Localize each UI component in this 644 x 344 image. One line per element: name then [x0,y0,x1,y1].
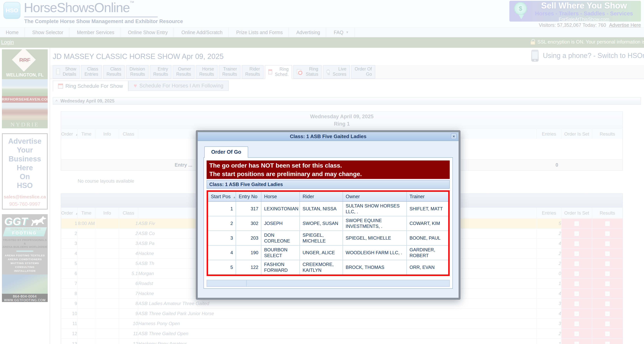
sort-asc-icon: ▲ [233,196,236,199]
horse-cell: BOURBON SELECT [261,245,300,260]
owner-cell: BROCK, THOMAS [343,260,407,274]
go-order-warning: The go order has NOT been set for this c… [206,160,450,179]
order-of-go-panel: The go order has NOT been set for this c… [204,157,453,289]
dialog-title: Class: 1 ASB Five Gaited Ladies [290,133,366,139]
dialog-title-bar[interactable]: Class: 1 ASB Five Gaited Ladies × [198,132,458,141]
column-entry-no[interactable]: Entry No [236,192,261,202]
entry-no-cell: 203 [236,231,261,245]
trainer-cell: GARDINER, ROBERT [407,245,448,260]
entry-no-cell: 190 [236,245,261,260]
horse-cell: FASHION FORWARD [261,260,300,274]
order-of-go-dialog: Class: 1 ASB Five Gaited Ladies × Order … [196,130,460,300]
close-icon[interactable]: × [451,133,457,139]
class-header-bar: Class: 1 ASB Five Gaited Ladies [206,180,450,189]
dialog-body: Order Of Go The go order has NOT been se… [198,141,458,289]
trainer-cell: ORR, EVAN [407,260,448,274]
trainer-cell: COWART, KIM [407,216,448,231]
column-trainer[interactable]: Trainer [407,192,448,202]
start-pos-cell: 3 [208,231,236,245]
entry-no-cell: 302 [236,216,261,231]
order-of-go-row[interactable]: 5 122 FASHION FORWARD CREEKMORE, KAITLYN… [208,260,448,274]
order-of-go-row[interactable]: 3 203 DON CORLEONE SPIEGEL, MICHELLE SPI… [208,231,448,245]
start-pos-cell: 1 [208,202,236,216]
rider-cell: SULTAN, NISSA [300,202,343,216]
column-start-pos[interactable]: Start Pos▲ [208,192,236,202]
order-of-go-table-highlight: Start Pos▲ Entry No Horse Rider Owner Tr… [206,190,450,276]
horizontal-scrollbar[interactable] [206,280,450,287]
column-owner[interactable]: Owner [343,192,407,202]
order-of-go-row[interactable]: 4 190 BOURBON SELECT UNGER, ALICE WOODLE… [208,245,448,260]
owner-cell: WOODLEIGH FARM LLC, . [343,245,407,260]
rider-cell: CREEKMORE, KAITLYN [300,260,343,274]
column-label: Start Pos [211,194,231,199]
owner-cell: SULTAN SHOW HORSES LLC, . [343,202,407,216]
owner-cell: SPIEGEL, MICHELLE [343,231,407,245]
start-pos-cell: 2 [208,216,236,231]
start-pos-cell: 5 [208,260,236,274]
trainer-cell: SHIFLET, MATT [407,202,448,216]
order-of-go-row[interactable]: 1 317 LEXINGTONIAN SULTAN, NISSA SULTAN … [208,202,448,216]
trainer-cell: BOONE, PAUL [407,231,448,245]
column-rider[interactable]: Rider [300,192,343,202]
rider-cell: UNGER, ALICE [300,245,343,260]
order-of-go-rows: 1 317 LEXINGTONIAN SULTAN, NISSA SULTAN … [208,202,448,274]
order-of-go-table: Start Pos▲ Entry No Horse Rider Owner Tr… [208,192,448,274]
order-of-go-row[interactable]: 2 302 JOSEPH SWOPE, SUSAN SWOPE EQUINE I… [208,216,448,231]
horse-cell: LEXINGTONIAN [261,202,300,216]
rider-cell: SPIEGEL, MICHELLE [300,231,343,245]
warning-line2: The start positions are preliminary and … [209,170,447,178]
horse-cell: DON CORLEONE [261,231,300,245]
horse-cell: JOSEPH [261,216,300,231]
entry-no-cell: 317 [236,202,261,216]
owner-cell: SWOPE EQUINE INVESTMENTS, . [343,216,407,231]
column-horse[interactable]: Horse [261,192,300,202]
warning-line1: The go order has NOT been set for this c… [209,161,447,170]
tab-order-of-go-dialog[interactable]: Order Of Go [204,146,248,158]
start-pos-cell: 4 [208,245,236,260]
entry-no-cell: 122 [236,260,261,274]
rider-cell: SWOPE, SUSAN [300,216,343,231]
column-header-row: Start Pos▲ Entry No Horse Rider Owner Tr… [208,192,448,202]
